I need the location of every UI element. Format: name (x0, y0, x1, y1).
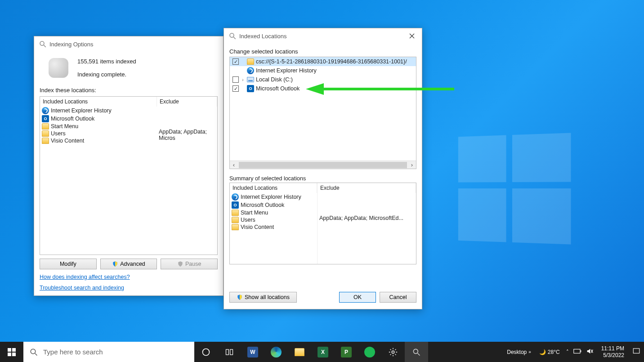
project-icon[interactable]: P (335, 342, 358, 362)
modify-button[interactable]: Modify (40, 259, 97, 269)
list-item: Visio Content (230, 223, 317, 231)
titlebar[interactable]: Indexing Options (34, 36, 223, 52)
advanced-button[interactable]: Advanced (100, 259, 157, 269)
weather-widget[interactable]: 🌙 28°C (537, 349, 562, 355)
folder-icon (232, 210, 239, 216)
start-button[interactable] (0, 342, 23, 362)
svg-rect-20 (633, 349, 640, 353)
gear-icon (388, 347, 398, 357)
tree-item[interactable]: csc://{S-1-5-21-2861880310-191994686-316… (230, 57, 416, 66)
svg-point-10 (203, 349, 210, 355)
taskbar-clock[interactable]: 11:11 PM 5/3/2022 (598, 345, 628, 358)
battery-icon[interactable] (573, 349, 581, 355)
tree-item[interactable]: › Local Disk (C:) (230, 75, 416, 84)
list-item: Visio Content (40, 137, 157, 144)
troubleshoot-link[interactable]: Troubleshoot search and indexing (40, 285, 218, 291)
ie-icon (247, 67, 254, 74)
ie-icon (232, 193, 239, 201)
outlook-icon: O (232, 201, 239, 209)
edge-icon[interactable] (264, 342, 288, 362)
exclude-cell: AppData; AppData; Micros (157, 128, 217, 142)
moon-icon: 🌙 (539, 349, 546, 355)
list-item: Internet Explorer History (40, 107, 157, 115)
volume-icon[interactable] (586, 348, 593, 356)
excel-icon[interactable]: X (311, 342, 335, 362)
folder-icon (232, 217, 239, 223)
cancel-button[interactable]: Cancel (380, 292, 416, 303)
svg-line-3 (233, 37, 236, 39)
scroll-left-icon[interactable]: ‹ (230, 161, 238, 168)
close-button[interactable] (402, 28, 422, 44)
horizontal-scrollbar[interactable]: ‹ › (230, 161, 416, 169)
items-indexed-text: 155,591 items indexed (77, 58, 136, 65)
search-icon (30, 348, 38, 356)
spotify-icon[interactable] (358, 342, 381, 362)
shield-icon (177, 261, 183, 267)
desktop-toolbar[interactable]: Desktop » (505, 349, 533, 355)
titlebar[interactable]: Indexed Locations (224, 28, 422, 44)
indexing-options-taskbar-icon[interactable] (405, 342, 428, 362)
dialog-title: Indexed Locations (239, 33, 287, 40)
svg-point-13 (392, 351, 394, 353)
notifications-icon[interactable] (632, 347, 640, 357)
summary-label: Summary of selected locations (229, 175, 416, 182)
indexing-status-text: Indexing complete. (77, 71, 136, 78)
change-locations-label: Change selected locations (229, 48, 416, 55)
svg-line-15 (418, 353, 420, 355)
svg-point-2 (230, 33, 234, 37)
column-exclude[interactable]: Exclude (157, 97, 217, 107)
svg-point-8 (31, 349, 36, 354)
folder-icon (42, 130, 49, 137)
svg-point-0 (40, 41, 44, 45)
locations-tree[interactable]: csc://{S-1-5-21-2861880310-191994686-316… (229, 57, 416, 169)
folder-icon (247, 58, 254, 65)
exclude-cell: AppData; AppData; MicrosoftEd... (318, 215, 416, 222)
scroll-thumb[interactable] (239, 162, 407, 168)
svg-rect-17 (580, 350, 581, 353)
shield-icon (237, 294, 243, 300)
chevron-icon: » (528, 349, 531, 354)
ie-icon (42, 107, 49, 114)
search-placeholder: Type here to search (43, 348, 103, 356)
list-item: Start Menu (230, 209, 317, 216)
tree-item[interactable]: O Microsoft Outlook (230, 84, 416, 93)
list-item: Users (230, 216, 317, 223)
taskbar: Type here to search W X P Desktop » 🌙 28… (0, 342, 644, 362)
column-included[interactable]: Included Locations (230, 183, 317, 193)
svg-point-14 (413, 349, 418, 353)
checkbox[interactable] (233, 85, 239, 92)
task-view-icon[interactable] (218, 342, 241, 362)
dialog-title: Indexing Options (49, 41, 94, 48)
expand-icon[interactable]: › (241, 77, 245, 82)
column-exclude[interactable]: Exclude (318, 183, 416, 193)
settings-icon[interactable] (381, 342, 405, 362)
cortana-icon[interactable] (194, 342, 218, 362)
svg-rect-11 (226, 349, 229, 355)
tray-chevron-icon[interactable]: ˄ (566, 349, 569, 355)
list-item: OMicrosoft Outlook (230, 201, 317, 209)
list-item: Start Menu (40, 123, 157, 130)
taskbar-search[interactable]: Type here to search (23, 342, 194, 362)
show-all-locations-button[interactable]: Show all locations (229, 292, 297, 303)
indexing-options-dialog: Indexing Options 155,591 items indexed I… (34, 36, 224, 296)
folder-icon (232, 224, 239, 230)
locations-listview[interactable]: Included Locations Internet Explorer His… (40, 96, 218, 255)
magnifier-icon (49, 58, 68, 78)
indexing-help-link[interactable]: How does indexing affect searches? (40, 274, 218, 280)
indexing-icon (228, 32, 237, 40)
summary-listview[interactable]: Included Locations Internet Explorer His… (229, 183, 416, 264)
checkbox[interactable] (233, 76, 239, 83)
close-icon (409, 33, 415, 39)
outlook-icon: O (42, 115, 49, 122)
indexed-locations-dialog: Indexed Locations Change selected locati… (224, 28, 422, 309)
ok-button[interactable]: OK (339, 292, 376, 303)
tree-item[interactable]: Internet Explorer History (230, 66, 416, 75)
explorer-icon[interactable] (288, 342, 311, 362)
svg-line-1 (44, 45, 46, 47)
checkbox[interactable] (233, 58, 239, 65)
circle-icon (201, 348, 210, 357)
scroll-right-icon[interactable]: › (408, 161, 416, 168)
word-icon[interactable]: W (241, 342, 264, 362)
column-included[interactable]: Included Locations (40, 97, 157, 107)
list-item: OMicrosoft Outlook (40, 115, 157, 123)
